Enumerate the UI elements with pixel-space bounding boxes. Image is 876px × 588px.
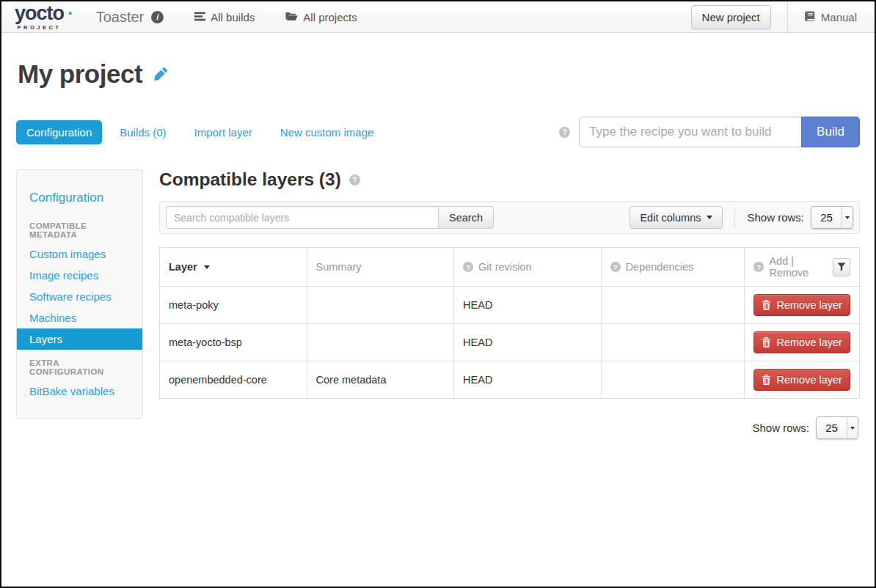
- sidebar-item-layers[interactable]: Layers: [17, 328, 142, 350]
- column-header-git-revision: ? Git revision: [453, 247, 601, 286]
- compatible-layers-table: Layer Summary ? Git revision: [159, 247, 860, 399]
- table-row: meta-yocto-bsp HEAD Remove: [159, 323, 860, 361]
- pagination-controls: Show rows: 25: [159, 416, 860, 439]
- sidebar-item-custom-images[interactable]: Custom images: [17, 243, 142, 265]
- show-rows-select[interactable]: 25: [811, 206, 853, 229]
- compatible-layers-heading: Compatible layers (3): [159, 169, 341, 190]
- git-revision-help-icon[interactable]: ?: [463, 262, 473, 272]
- action-cell: Remove layer: [744, 323, 860, 361]
- chevron-down-icon: [707, 216, 712, 219]
- layer-column-label: Layer: [169, 261, 197, 273]
- sidebar-item-machines[interactable]: Machines: [17, 307, 142, 328]
- show-rows-value: 25: [811, 211, 842, 224]
- remove-layer-button[interactable]: Remove layer: [753, 294, 850, 316]
- build-help-icon[interactable]: ?: [559, 127, 570, 138]
- sidebar-item-bitbake-variables[interactable]: BitBake variables: [17, 381, 142, 402]
- main-panel: Compatible layers (3) ? Search Edit colu…: [159, 169, 860, 439]
- navbar-right: New project Manual: [691, 1, 875, 32]
- project-tabs: Configuration Builds (0) Import layer Ne…: [16, 120, 391, 144]
- nav-all-projects[interactable]: All projects: [285, 11, 357, 23]
- info-icon[interactable]: i: [151, 11, 164, 23]
- column-header-layer[interactable]: Layer: [159, 247, 307, 286]
- summary-cell: [307, 323, 454, 361]
- build-button[interactable]: Build: [801, 117, 860, 147]
- book-icon: [804, 11, 815, 23]
- recipe-build-input[interactable]: [579, 117, 801, 147]
- layer-name-cell: meta-yocto-bsp: [159, 323, 307, 361]
- nav-manual[interactable]: Manual: [787, 1, 875, 33]
- action-cell: Remove layer: [744, 286, 860, 323]
- logo-subtext: PROJECT: [18, 25, 62, 31]
- remove-layer-button[interactable]: Remove layer: [753, 331, 850, 353]
- page-title: My project: [18, 59, 142, 89]
- top-navbar: yocto PROJECT · Toaster i All builds All: [1, 1, 875, 33]
- summary-cell: [307, 286, 454, 323]
- page-title-row: My project: [18, 59, 860, 89]
- add-remove-help-icon[interactable]: ?: [753, 262, 764, 272]
- dependencies-cell: [601, 323, 745, 361]
- sort-caret-icon: [204, 265, 210, 269]
- sidebar-section-extra-configuration: EXTRA CONFIGURATION: [17, 350, 142, 381]
- git-revision-cell: HEAD: [453, 361, 601, 399]
- action-cell: Remove layer: [744, 361, 860, 399]
- build-form: ? Build: [559, 117, 860, 147]
- table-controls-bar: Search Edit columns Show rows: 25: [159, 201, 860, 234]
- tab-import-layer[interactable]: Import layer: [184, 120, 263, 144]
- new-project-button[interactable]: New project: [691, 5, 771, 29]
- dependencies-column-label: Dependencies: [626, 261, 694, 273]
- dependencies-help-icon[interactable]: ?: [610, 262, 621, 272]
- edit-project-name-icon[interactable]: [153, 67, 168, 81]
- project-tabs-row: Configuration Builds (0) Import layer Ne…: [16, 117, 860, 147]
- all-builds-label: All builds: [211, 11, 255, 23]
- edit-columns-label: Edit columns: [640, 212, 701, 224]
- folder-open-icon: [285, 11, 298, 23]
- config-sidebar: Configuration COMPATIBLE METADATA Custom…: [16, 169, 143, 419]
- remove-layer-label: Remove layer: [776, 374, 842, 386]
- search-layers-input[interactable]: [166, 206, 439, 229]
- app-title: Toaster: [96, 9, 145, 26]
- yocto-logo[interactable]: yocto PROJECT ·: [15, 4, 74, 31]
- nav-all-builds[interactable]: All builds: [194, 11, 255, 23]
- layer-name-cell: meta-poky: [159, 286, 307, 323]
- remove-layer-label: Remove layer: [776, 337, 842, 348]
- column-header-summary: Summary: [307, 247, 454, 286]
- select-caret: [847, 417, 858, 438]
- select-caret: [842, 207, 853, 228]
- dependencies-cell: [601, 286, 745, 323]
- all-projects-label: All projects: [303, 11, 357, 23]
- git-revision-cell: HEAD: [453, 286, 601, 323]
- logo-dot: ·: [67, 4, 74, 23]
- builds-list-icon: [194, 11, 205, 23]
- column-header-dependencies: ? Dependencies: [601, 247, 745, 286]
- column-header-add-remove: ? Add | Remove: [744, 247, 860, 286]
- summary-column-label: Summary: [316, 261, 362, 273]
- app-window: yocto PROJECT · Toaster i All builds All: [0, 0, 876, 588]
- remove-layer-button[interactable]: Remove layer: [753, 369, 850, 391]
- tab-builds[interactable]: Builds (0): [109, 120, 176, 144]
- remove-layer-label: Remove layer: [776, 299, 842, 311]
- edit-columns-button[interactable]: Edit columns: [629, 206, 723, 229]
- manual-label: Manual: [821, 11, 857, 23]
- sidebar-section-compatible-metadata: COMPATIBLE METADATA: [17, 213, 142, 243]
- add-remove-column-label: Add | Remove: [769, 255, 828, 279]
- layer-name-cell: openembedded-core: [159, 361, 307, 399]
- search-button[interactable]: Search: [438, 206, 494, 229]
- sidebar-item-configuration[interactable]: Configuration: [17, 185, 142, 213]
- layers-help-icon[interactable]: ?: [349, 174, 360, 185]
- dependencies-cell: [601, 361, 745, 399]
- sidebar-item-image-recipes[interactable]: Image recipes: [17, 265, 142, 286]
- show-rows-value: 25: [817, 422, 847, 434]
- filter-button[interactable]: [833, 258, 850, 276]
- git-revision-column-label: Git revision: [478, 261, 532, 273]
- sidebar-item-software-recipes[interactable]: Software recipes: [17, 286, 142, 307]
- summary-cell: Core metadata: [307, 361, 454, 399]
- show-rows-select-bottom[interactable]: 25: [816, 416, 858, 439]
- tab-configuration[interactable]: Configuration: [16, 120, 102, 144]
- show-rows-label: Show rows:: [747, 211, 804, 224]
- table-header-row: Layer Summary ? Git revision: [159, 247, 860, 286]
- show-rows-label: Show rows:: [752, 422, 809, 434]
- logo-text: yocto: [15, 4, 64, 23]
- table-row: openembedded-core Core metadata HEAD: [159, 361, 860, 399]
- git-revision-cell: HEAD: [453, 323, 601, 361]
- tab-new-custom-image[interactable]: New custom image: [270, 120, 384, 144]
